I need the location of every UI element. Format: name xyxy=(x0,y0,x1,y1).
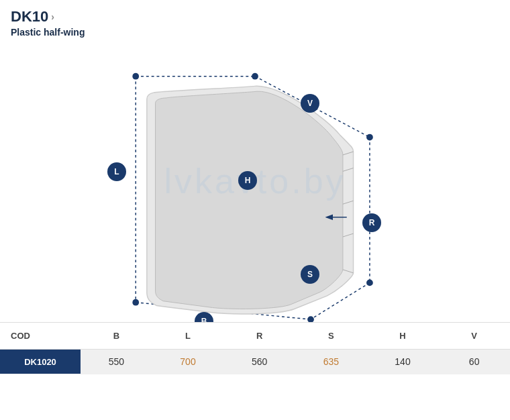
cell-s: 635 xyxy=(295,350,367,374)
col-header-cod: COD xyxy=(0,328,81,344)
product-subtitle: Plastic half-wing xyxy=(11,27,499,38)
product-title: DK10 › xyxy=(11,8,499,25)
svg-point-8 xyxy=(366,134,373,141)
badge-R: R xyxy=(362,213,381,232)
svg-point-11 xyxy=(132,299,139,306)
table-section: COD B L R S H V DK1020 550 700 560 635 1… xyxy=(0,322,510,374)
svg-point-9 xyxy=(366,280,373,286)
col-header-b: B xyxy=(81,328,152,344)
col-header-s: S xyxy=(295,328,367,344)
cell-l: 700 xyxy=(152,350,224,374)
page-container: DK10 › Plastic half-wing xyxy=(0,0,510,374)
col-header-r: R xyxy=(223,328,295,344)
table-header: COD B L R S H V xyxy=(0,323,510,350)
svg-point-10 xyxy=(307,316,314,322)
col-header-l: L xyxy=(152,328,224,344)
badge-S: S xyxy=(301,265,319,284)
badge-H: H xyxy=(238,171,257,190)
title-arrow: › xyxy=(51,11,54,22)
col-header-h: H xyxy=(367,328,439,344)
table-row: DK1020 550 700 560 635 140 60 xyxy=(0,350,510,374)
cell-cod[interactable]: DK1020 xyxy=(0,350,81,374)
col-header-v: V xyxy=(438,328,510,344)
svg-point-7 xyxy=(252,73,258,80)
diagram-area: lvkavto.by V L H R S B xyxy=(0,40,510,322)
cell-v: 60 xyxy=(438,350,510,374)
cell-b: 550 xyxy=(81,350,152,374)
header: DK10 › Plastic half-wing xyxy=(0,0,510,40)
badge-V: V xyxy=(301,94,319,113)
title-text: DK10 xyxy=(11,8,48,25)
cell-r: 560 xyxy=(223,350,295,374)
badge-L: L xyxy=(107,162,126,181)
svg-point-6 xyxy=(132,73,139,80)
cell-h: 140 xyxy=(367,350,439,374)
